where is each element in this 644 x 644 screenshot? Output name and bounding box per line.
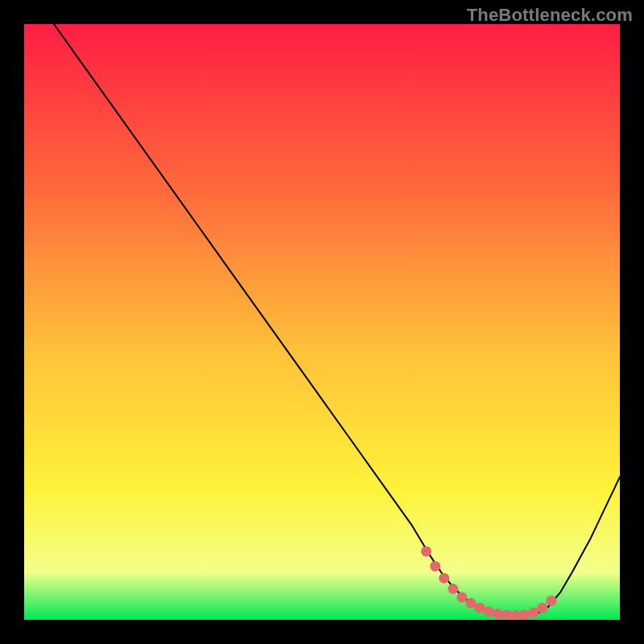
emphasis-dot [430, 561, 440, 572]
emphasis-dot [439, 573, 449, 584]
emphasis-dot [546, 596, 556, 606]
emphasis-dot [502, 610, 512, 620]
bottleneck-chart [24, 24, 620, 620]
emphasis-dot [528, 608, 539, 618]
emphasis-dot [421, 546, 431, 556]
emphasis-dot [448, 584, 458, 594]
chart-stage: TheBottleneck.com [0, 0, 644, 644]
emphasis-dot [537, 603, 547, 613]
emphasis-dot [493, 609, 503, 619]
emphasis-dot [475, 603, 485, 613]
emphasis-dot [466, 598, 477, 609]
chart-plot-area [24, 24, 620, 620]
emphasis-dot [456, 592, 467, 602]
emphasis-dot [484, 606, 494, 617]
watermark-text: TheBottleneck.com [467, 5, 633, 26]
emphasis-dot [519, 610, 530, 620]
chart-background [24, 24, 620, 620]
